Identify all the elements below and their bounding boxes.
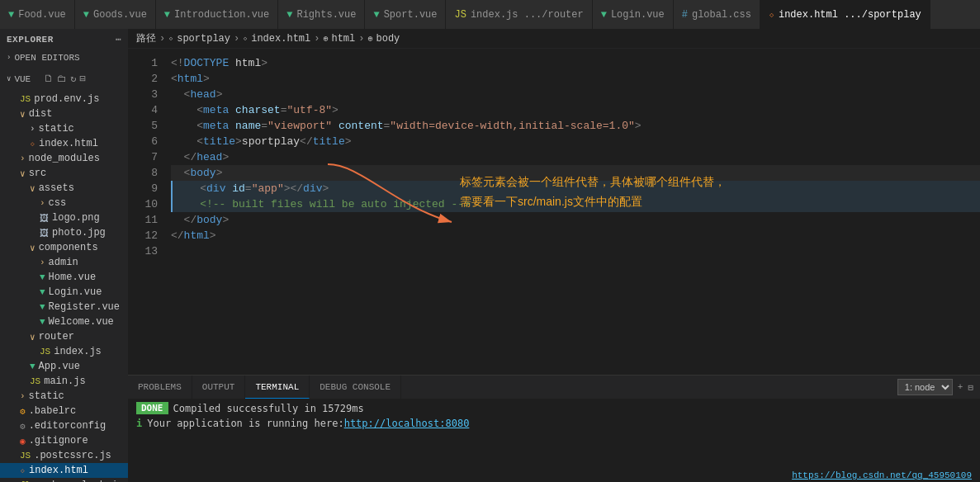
csdn-link[interactable]: https://blog.csdn.net/qq_45950109 (792, 470, 972, 480)
tree-item-components[interactable]: ∨ components (0, 240, 128, 255)
vue-icon: ▼ (40, 317, 45, 327)
line-numbers: 1 2 3 4 5 6 7 8 9 10 11 12 13 (128, 49, 163, 375)
new-file-icon[interactable]: ⋯ (116, 34, 121, 45)
tab-login-vue[interactable]: ▼ Login.vue (593, 0, 674, 29)
tree-item-admin[interactable]: › admin (0, 255, 128, 270)
tree-item-registervue[interactable]: ▼ Register.vue (0, 300, 128, 314)
new-file-icon[interactable]: 🗋 (44, 73, 54, 85)
tree-item-src[interactable]: ∨ src (0, 166, 128, 181)
tree-item-appvue[interactable]: ▼ App.vue (0, 359, 128, 374)
tree-item-static[interactable]: › static (0, 121, 128, 136)
tree-item-welcomevue[interactable]: ▼ Welcome.vue (0, 314, 128, 329)
tree-item-babelrc[interactable]: ⚙ .babelrc (0, 404, 128, 418)
vue-icon: ▼ (83, 9, 89, 21)
folder-icon: › (20, 154, 26, 163)
editor-area: 路径 › ⬦ sportplay › ⬦ index.html › ⊕ html… (128, 29, 980, 482)
done-badge: DONE (136, 402, 168, 414)
tree-item-static2[interactable]: › static (0, 389, 128, 404)
folder-icon: ∨ (30, 332, 36, 343)
js-icon: JS (454, 9, 466, 21)
new-folder-icon[interactable]: 🗀 (57, 73, 67, 85)
html-icon: ⬦ (769, 9, 774, 21)
gear-icon: ⚙ (20, 421, 26, 432)
vue-icon: ▼ (30, 362, 36, 371)
panel-tab-problems[interactable]: PROBLEMS (128, 376, 192, 399)
tree-item-prodenvjs[interactable]: JS prod.env.js (0, 92, 128, 106)
tree-item-css[interactable]: › css (0, 196, 128, 210)
folder-icon: › (20, 391, 26, 401)
vue-icon: ▼ (40, 287, 45, 297)
terminal-selector[interactable]: 1: node (897, 379, 953, 395)
localhost-link[interactable]: http://localhost:8080 (344, 418, 470, 429)
panel-tab-debug[interactable]: DEBUG CONSOLE (310, 376, 401, 399)
code-editor[interactable]: 1 2 3 4 5 6 7 8 9 10 11 12 13 <!DOCTYPE … (128, 49, 980, 375)
tab-bar: ▼ Food.vue ▼ Goods.vue ▼ Introduction.vu… (0, 0, 980, 29)
tab-goods-vue[interactable]: ▼ Goods.vue (75, 0, 156, 29)
tab-introduction-vue[interactable]: ▼ Introduction.vue (156, 0, 278, 29)
terminal-text-1: Compiled successfully in 15729ms (173, 403, 364, 414)
vue-icon: ▼ (286, 9, 292, 21)
sidebar: EXPLORER ⋯ › OPEN EDITORS ∨ VUE 🗋 🗀 ↻ ⊟ … (0, 29, 128, 482)
tab-sport-vue[interactable]: ▼ Sport.vue (365, 0, 446, 29)
add-terminal-icon[interactable]: + (958, 382, 963, 392)
code-line-6: <title>sportplay</title> (171, 134, 980, 149)
sidebar-header-icons[interactable]: ⋯ (116, 34, 121, 45)
tab-index-js[interactable]: JS index.js .../router (446, 0, 592, 29)
sidebar-toolbar: 🗋 🗀 ↻ ⊟ (37, 69, 92, 88)
tree-item-dist[interactable]: ∨ dist (0, 106, 128, 121)
tab-index-html[interactable]: ⬦ index.html .../sportplay (760, 0, 930, 29)
tab-global-css[interactable]: # global.css (674, 0, 760, 29)
code-line-13 (171, 243, 980, 259)
folder-icon: ∨ (30, 183, 36, 194)
folder-icon: ∨ (30, 243, 36, 253)
tab-rights-vue[interactable]: ▼ Rights.vue (278, 0, 365, 29)
code-line-3: <head> (171, 87, 980, 102)
tree-item-mainjs[interactable]: JS main.js (0, 374, 128, 389)
tree-item-logopng[interactable]: 🖼 logo.png (0, 210, 128, 225)
panel-content: DONE Compiled successfully in 15729ms i … (128, 399, 980, 469)
tree-item-gitignore[interactable]: ◉ .gitignore (0, 433, 128, 448)
panel-icon[interactable]: ⊟ (968, 382, 973, 393)
chevron-icon: › (7, 54, 11, 62)
js-icon: JS (20, 451, 31, 461)
js-icon: JS (30, 376, 40, 386)
folder-icon: › (40, 198, 45, 208)
tree-item-editorconfig[interactable]: ⚙ .editorconfig (0, 418, 128, 433)
refresh-icon[interactable]: ↻ (70, 73, 76, 85)
breadcrumb-html: html (331, 33, 355, 45)
code-line-7: </head> (171, 149, 980, 165)
tree-item-loginvue[interactable]: ▼ Login.vue (0, 285, 128, 300)
breadcrumb-sportplay: sportplay (177, 33, 230, 45)
tree-item-packagelockjson[interactable]: {} package-lock.json (0, 478, 128, 482)
git-icon: ◉ (20, 436, 26, 447)
code-line-11: </body> (171, 212, 980, 228)
vue-label: VUE (14, 74, 31, 84)
tree-item-dist-indexhtml[interactable]: ⬦ index.html (0, 136, 128, 151)
code-line-4: <meta charset="utf-8"> (171, 102, 980, 118)
sidebar-header: EXPLORER ⋯ (0, 29, 128, 50)
code-line-12: </html> (171, 228, 980, 243)
css-icon: # (682, 9, 688, 21)
open-editors-section[interactable]: › OPEN EDITORS (0, 50, 128, 66)
code-line-10: <!-- built files will be auto injected -… (171, 196, 980, 212)
tab-food-vue[interactable]: ▼ Food.vue (0, 0, 75, 29)
vue-icon: ▼ (601, 9, 607, 21)
code-line-2: <html> (171, 71, 980, 87)
tree-item-assets[interactable]: ∨ assets (0, 181, 128, 196)
tree-item-router[interactable]: ∨ router (0, 329, 128, 344)
tree-item-indexhtml[interactable]: ⬦ index.html (0, 463, 128, 478)
panel-tab-terminal[interactable]: TERMINAL (245, 376, 310, 399)
tree-item-postcssrcjs[interactable]: JS .postcssrc.js (0, 448, 128, 463)
js-icon: JS (40, 347, 50, 357)
code-line-9: <div id="app"></div> (171, 181, 980, 196)
tree-item-router-indexjs[interactable]: JS index.js (0, 344, 128, 359)
vue-icon: ▼ (373, 9, 379, 21)
tree-item-homevue[interactable]: ▼ Home.vue (0, 270, 128, 285)
collapse-icon[interactable]: ⊟ (79, 73, 85, 85)
tree-item-photojpg[interactable]: 🖼 photo.jpg (0, 225, 128, 240)
panel-tab-output[interactable]: OUTPUT (192, 376, 246, 399)
png-icon: 🖼 (40, 213, 49, 224)
vue-icon: ▼ (40, 272, 45, 282)
vue-section[interactable]: ∨ VUE 🗋 🗀 ↻ ⊟ (0, 66, 128, 92)
tree-item-nodemodules[interactable]: › node_modules (0, 151, 128, 166)
